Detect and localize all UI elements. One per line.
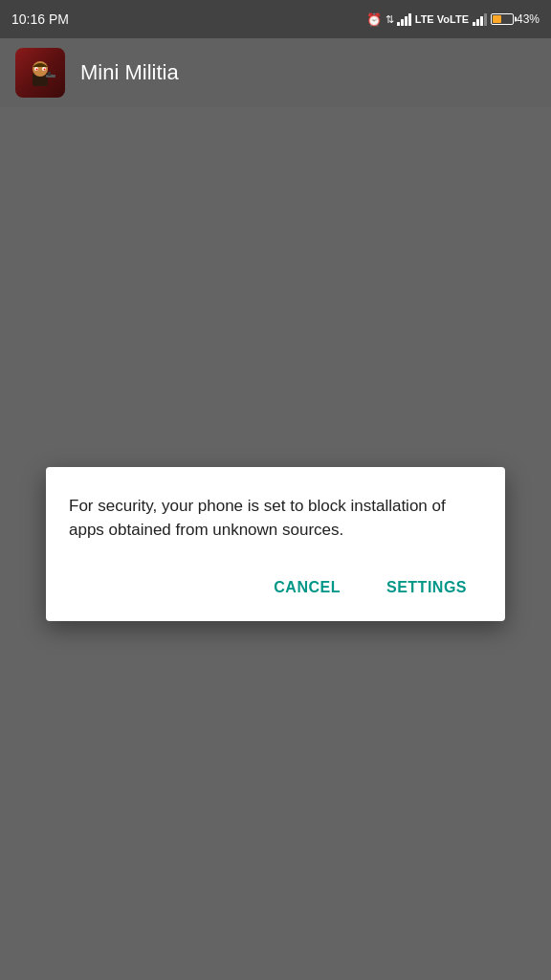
dialog-message: For security, your phone is set to block… xyxy=(69,494,482,543)
svg-rect-7 xyxy=(48,72,51,76)
app-icon-image xyxy=(15,48,65,98)
security-dialog: For security, your phone is set to block… xyxy=(46,467,505,621)
battery-fill xyxy=(493,15,501,23)
cancel-button[interactable]: CANCEL xyxy=(258,569,356,606)
dialog-buttons: CANCEL SETTINGS xyxy=(69,569,482,606)
svg-point-4 xyxy=(36,69,38,71)
main-content: For security, your phone is set to block… xyxy=(0,107,551,980)
data-transfer-icon: ⇅ xyxy=(386,13,393,26)
signal-bars-icon xyxy=(397,12,411,26)
app-icon-svg xyxy=(21,54,59,92)
app-header: Mini Militia xyxy=(0,38,551,107)
status-bar-icons: ⏰ ⇅ LTE VoLTE 43% xyxy=(366,12,540,27)
status-bar-time: 10:16 PM xyxy=(11,11,69,27)
battery-icon xyxy=(491,13,514,25)
battery-indicator: 43% xyxy=(491,12,540,26)
dialog-overlay: For security, your phone is set to block… xyxy=(0,107,551,980)
battery-percent-label: 43% xyxy=(517,12,540,26)
signal-bars-2-icon xyxy=(473,12,487,26)
svg-point-5 xyxy=(44,69,46,71)
app-icon xyxy=(15,48,65,98)
alarm-icon: ⏰ xyxy=(366,12,382,27)
app-title: Mini Militia xyxy=(80,60,179,85)
network-type-label: LTE VoLTE xyxy=(415,13,469,25)
status-bar: 10:16 PM ⏰ ⇅ LTE VoLTE 43% xyxy=(0,0,551,38)
settings-button[interactable]: SETTINGS xyxy=(371,569,482,606)
